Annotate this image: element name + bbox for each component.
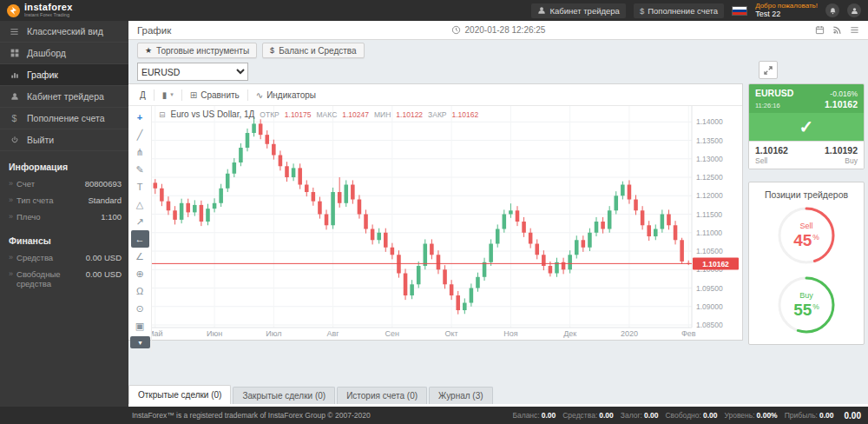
trader-positions-card: Позиции трейдеров Sell 45 % Buy <box>748 182 865 345</box>
buy-quote[interactable]: 1.10192 Buy <box>825 145 858 165</box>
sell-donut-label: Sell <box>799 222 812 230</box>
buy-percent: 55 <box>793 301 812 318</box>
chevrons-icon: » <box>9 195 13 204</box>
pattern-tool[interactable]: △ <box>131 195 149 213</box>
user-icon <box>851 7 858 15</box>
stat-level: Уровень:0.00% <box>724 411 777 420</box>
measure-tool[interactable]: ∠ <box>131 248 149 265</box>
candlestick-chart[interactable]: 1.140001.135001.130001.125001.120001.115… <box>152 106 740 339</box>
indicators-button[interactable]: ∿ Индикаторы <box>248 84 324 105</box>
chart-legend: ⊟ Euro vs US Dollar, 1Д ОТКР 1.10175 МАК… <box>159 109 478 119</box>
dollar-icon: $ <box>640 6 644 16</box>
stat-profit: Прибыль:0.00 <box>785 411 834 420</box>
fullscreen-button[interactable] <box>759 61 778 79</box>
svg-text:1.10500: 1.10500 <box>696 247 723 255</box>
datetime-text: 2020-01-28 12:26:25 <box>465 25 546 35</box>
welcome-text: Добро пожаловать! <box>755 2 818 10</box>
chart-plot-area[interactable]: ⊟ Euro vs US Dollar, 1Д ОТКР 1.10175 МАК… <box>152 106 742 352</box>
interval-button[interactable]: Д <box>132 84 154 105</box>
close-label: ЗАКР <box>428 110 446 119</box>
compare-button[interactable]: ⊞ Сравнить <box>182 84 247 105</box>
trading-instruments-button[interactable]: ★ Торговые инструменты <box>137 43 257 58</box>
sidebar-label: Дашборд <box>27 48 66 58</box>
profile-button[interactable] <box>847 3 861 17</box>
lock-tool[interactable]: ▣ <box>131 317 149 335</box>
balance-funds-button[interactable]: $ Баланс и Средства <box>262 43 365 58</box>
trader-cabinet-link[interactable]: Кабинет трейдера <box>531 3 625 18</box>
svg-text:1.12500: 1.12500 <box>696 173 723 182</box>
pitchfork-tool[interactable]: ⋔ <box>131 143 149 161</box>
close-value: 1.10162 <box>452 110 479 119</box>
sell-quote[interactable]: 1.10162 Sell <box>755 145 788 165</box>
sell-label: Sell <box>755 156 788 165</box>
drawing-mode-tool[interactable]: ⊙ <box>131 300 149 317</box>
info-section-title: Информация <box>0 151 128 176</box>
drawing-toolbar: + ╱ ⋔ ✎ T △ ↗ ← ∠ ⊕ Ω ⊙ ▣ ◉ ▾ <box>128 106 152 352</box>
quote-trend-area: ✓ <box>749 113 864 141</box>
svg-text:Окт: Окт <box>445 329 458 338</box>
crosshair-tool[interactable]: + <box>131 109 149 126</box>
dollar-icon: $ <box>270 46 274 55</box>
sidebar-item-dashboard[interactable]: Дашборд <box>0 43 128 64</box>
trading-instruments-label: Торговые инструменты <box>156 46 249 56</box>
sell-price: 1.10162 <box>755 145 788 156</box>
svg-text:1.11500: 1.11500 <box>696 210 722 219</box>
arrow-tool[interactable]: ← <box>131 230 149 248</box>
star-icon: ★ <box>145 46 152 55</box>
sidebar-item-cabinet[interactable]: Кабинет трейдера <box>0 86 128 108</box>
tab-open-deals[interactable]: Открытые сделки (0) <box>128 385 231 404</box>
sidebar-item-chart[interactable]: График <box>0 64 128 86</box>
info-row-leverage: »Плечо 1:100 <box>0 209 128 225</box>
stat-margin: Залог:0.00 <box>621 411 659 420</box>
dollar-icon: $ <box>9 113 20 123</box>
info-label: Плечо <box>16 212 41 222</box>
funds-value: 0.00 USD <box>86 253 122 262</box>
sidebar-item-logout[interactable]: Выйти <box>0 129 128 151</box>
chart-card: Д ▮ ▾ ⊞ Сравнить ∿ Индикаторы + ╱ ⋔ <box>128 83 743 341</box>
forecast-tool[interactable]: ↗ <box>131 213 149 230</box>
brush-tool[interactable]: ✎ <box>131 161 149 178</box>
text-tool[interactable]: T <box>131 178 149 195</box>
person-icon <box>537 6 546 15</box>
info-row-account: »Счет 80800693 <box>0 176 128 192</box>
sidebar-item-classic-view[interactable]: Классический вид <box>0 21 128 43</box>
logo[interactable]: instaforex Instant Forex Trading <box>7 3 73 18</box>
magnet-tool[interactable]: Ω <box>131 282 149 300</box>
tab-closed-deals[interactable]: Закрытые сделки (0) <box>233 387 335 404</box>
legend-box-icon[interactable]: ⊟ <box>159 110 166 119</box>
low-label: МИН <box>374 110 391 119</box>
tab-account-history[interactable]: История счета (0) <box>337 387 427 404</box>
tab-journal[interactable]: Журнал (3) <box>429 387 493 404</box>
svg-text:2020: 2020 <box>621 329 638 338</box>
positions-title: Позиции трейдеров <box>749 182 864 205</box>
chart-type-button[interactable]: ▮ ▾ <box>155 84 181 105</box>
percent-sign: % <box>812 303 819 311</box>
svg-text:1.13500: 1.13500 <box>696 136 723 145</box>
svg-text:1.11000: 1.11000 <box>696 229 722 237</box>
notifications-button[interactable] <box>825 3 839 17</box>
sidebar-item-deposit[interactable]: $ Пополнение счета <box>0 108 128 129</box>
chevrons-icon: » <box>9 253 13 262</box>
chevrons-icon: » <box>9 179 13 188</box>
deposit-link[interactable]: $ Пополнение счета <box>634 3 724 18</box>
candlestick-icon: ▮ <box>162 90 168 100</box>
language-flag-ru[interactable] <box>732 6 747 16</box>
open-value: 1.10175 <box>285 110 312 119</box>
zoom-tool[interactable]: ⊕ <box>131 265 149 282</box>
svg-text:1.09000: 1.09000 <box>696 302 723 311</box>
interval-label: Д <box>140 90 146 100</box>
trendline-tool[interactable]: ╱ <box>131 126 149 143</box>
toolbar-collapse-button[interactable]: ▾ <box>130 336 150 348</box>
symbol-select[interactable]: EURUSD <box>137 63 248 81</box>
person-icon <box>9 92 20 101</box>
logo-text: instaforex Instant Forex Trading <box>24 3 73 18</box>
percent-sign: % <box>812 234 819 242</box>
hamburger-icon[interactable] <box>850 25 859 35</box>
sidebar-label: Выйти <box>27 135 54 145</box>
rss-icon[interactable] <box>832 25 842 35</box>
check-icon: ✓ <box>799 116 814 137</box>
calendar-icon[interactable] <box>815 25 825 35</box>
finance-label: Свободные средства <box>16 269 69 288</box>
expand-icon <box>763 65 773 76</box>
right-panel: EURUSD -0.016% 11:26:16 1.10162 ✓ 1.1016… <box>748 83 865 345</box>
